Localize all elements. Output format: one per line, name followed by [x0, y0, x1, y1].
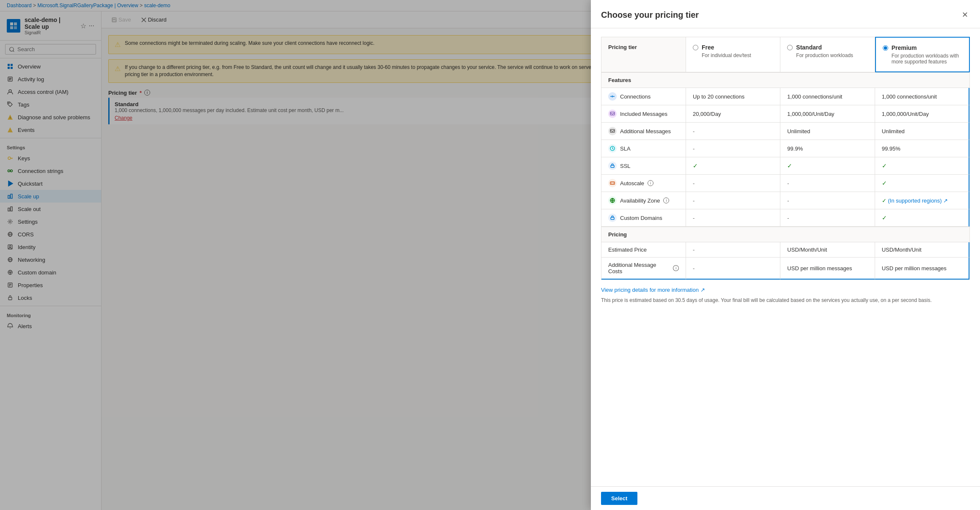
availability-zone-info-icon[interactable]: i: [663, 197, 669, 203]
availability-zone-premium: ✓ (In supported regions) ↗: [875, 192, 969, 209]
additional-messages-standard: Unlimited: [780, 123, 875, 140]
sla-feature-cell: SLA: [601, 140, 686, 157]
ssl-icon: [608, 162, 617, 170]
included-messages-name: Included Messages: [620, 111, 667, 117]
pricing-details-link[interactable]: View pricing details for more informatio…: [601, 287, 705, 293]
additional-message-costs-name: Additional Message Costs: [608, 262, 670, 274]
pricing-link-row: View pricing details for more informatio…: [601, 287, 970, 293]
connections-feature-name: Connections: [620, 93, 651, 100]
sla-premium: 99.95%: [875, 140, 969, 157]
autoscale-feature-cell: Autoscale i: [601, 175, 686, 192]
standard-tier-header[interactable]: Standard For production workloads: [780, 37, 875, 72]
pricing-note: This price is estimated based on 30.5 da…: [601, 296, 970, 304]
included-messages-free: 20,000/Day: [686, 105, 780, 123]
pricing-section-header: Pricing: [601, 227, 969, 242]
custom-domains-icon: [608, 214, 617, 222]
custom-domains-standard: -: [780, 209, 875, 227]
connections-premium: 1,000 connections/unit: [882, 93, 937, 100]
standard-tier-name: Standard: [796, 44, 853, 51]
connections-feature-cell: Connections: [601, 88, 686, 105]
features-label: Features: [608, 77, 631, 83]
estimated-price-premium: USD/Month/Unit: [875, 242, 969, 258]
autoscale-premium: ✓: [875, 175, 969, 192]
standard-tier-desc: For production workloads: [796, 52, 853, 58]
custom-domains-feature-cell: Custom Domains: [601, 209, 686, 227]
ssl-premium: ✓: [875, 157, 969, 175]
additional-message-costs-free: -: [686, 258, 780, 280]
free-tier-name: Free: [702, 44, 751, 51]
sla-free: -: [686, 140, 780, 157]
additional-messages-premium: Unlimited: [875, 123, 969, 140]
autoscale-standard: -: [780, 175, 875, 192]
sla-name: SLA: [620, 145, 631, 152]
svg-rect-53: [611, 165, 614, 167]
sla-standard: 99.9%: [780, 140, 875, 157]
pricing-label: Pricing: [608, 231, 627, 238]
custom-domains-free: -: [686, 209, 780, 227]
panel-close-button[interactable]: ✕: [960, 8, 970, 21]
availability-icon: [608, 196, 617, 205]
connections-premium-value: 1,000 connections/unit: [875, 88, 969, 105]
premium-tier-header[interactable]: Premium For production workloads with mo…: [875, 37, 970, 72]
autoscale-name: Autoscale: [620, 180, 644, 186]
estimated-price-free: -: [686, 242, 780, 258]
custom-domains-name: Custom Domains: [620, 215, 662, 221]
availability-zone-link[interactable]: (In supported regions) ↗: [888, 197, 948, 204]
availability-zone-standard: -: [780, 192, 875, 209]
autoscale-info-icon[interactable]: i: [648, 180, 653, 186]
ssl-free: ✓: [686, 157, 780, 175]
availability-zone-feature-cell: Availability Zone i: [601, 192, 686, 209]
svg-rect-54: [610, 182, 615, 184]
pricing-footer: View pricing details for more informatio…: [601, 287, 970, 304]
panel-body: Pricing tier Free For individual dev/tes…: [591, 28, 980, 486]
select-button[interactable]: Select: [601, 492, 637, 505]
autoscale-icon: [608, 179, 617, 187]
connections-free-value: Up to 20 connections: [686, 88, 780, 105]
additional-message-costs-premium: USD per million messages: [875, 258, 969, 280]
tier-header-label-cell: Pricing tier: [601, 37, 686, 72]
custom-domains-premium: ✓: [875, 209, 969, 227]
pricing-tier-header: Pricing tier: [608, 44, 637, 50]
connections-icon: [608, 92, 617, 101]
connections-standard: 1,000 connections/unit: [787, 93, 842, 100]
free-tier-desc: For individual dev/test: [702, 52, 751, 58]
included-messages-feature-cell: Included Messages: [601, 105, 686, 123]
free-tier-header[interactable]: Free For individual dev/test: [686, 37, 780, 72]
included-messages-premium: 1,000,000/Unit/Day: [875, 105, 969, 123]
autoscale-free: -: [686, 175, 780, 192]
ssl-feature-cell: SSL: [601, 157, 686, 175]
pricing-panel-overlay: Choose your pricing tier ✕ Pricing tier …: [0, 0, 980, 510]
pricing-tier-grid: Pricing tier Free For individual dev/tes…: [601, 37, 970, 280]
estimated-price-name: Estimated Price: [608, 247, 647, 253]
additional-message-costs-info[interactable]: i: [673, 265, 679, 271]
additional-message-costs-label-cell: Additional Message Costs i: [601, 258, 686, 280]
ssl-standard: ✓: [780, 157, 875, 175]
pricing-link-text: View pricing details for more informatio…: [601, 287, 699, 293]
sla-icon: [608, 144, 617, 153]
premium-tier-name: Premium: [892, 44, 962, 51]
additional-messages-icon: [608, 127, 617, 135]
free-tier-radio[interactable]: [693, 45, 698, 50]
svg-rect-58: [611, 217, 614, 219]
panel-header: Choose your pricing tier ✕: [591, 0, 980, 28]
connections-free: Up to 20 connections: [693, 93, 744, 100]
availability-zone-free: -: [686, 192, 780, 209]
pricing-panel: Choose your pricing tier ✕ Pricing tier …: [591, 0, 980, 510]
included-messages-standard: 1,000,000/Unit/Day: [780, 105, 875, 123]
additional-messages-free: -: [686, 123, 780, 140]
features-section-header: Features: [601, 72, 969, 88]
connections-standard-value: 1,000 connections/unit: [780, 88, 875, 105]
additional-messages-name: Additional Messages: [620, 128, 671, 134]
estimated-price-standard: USD/Month/Unit: [780, 242, 875, 258]
additional-message-costs-standard: USD per million messages: [780, 258, 875, 280]
premium-tier-desc: For production workloads with more suppo…: [892, 53, 962, 65]
additional-messages-feature-cell: Additional Messages: [601, 123, 686, 140]
availability-zone-name: Availability Zone: [620, 197, 660, 204]
standard-tier-radio[interactable]: [787, 45, 793, 50]
external-link-icon: ↗: [700, 287, 705, 293]
estimated-price-label-cell: Estimated Price: [601, 242, 686, 258]
premium-tier-radio[interactable]: [883, 45, 888, 51]
ssl-name: SSL: [620, 163, 631, 169]
messages-icon: [608, 110, 617, 118]
panel-footer: Select: [591, 486, 980, 510]
